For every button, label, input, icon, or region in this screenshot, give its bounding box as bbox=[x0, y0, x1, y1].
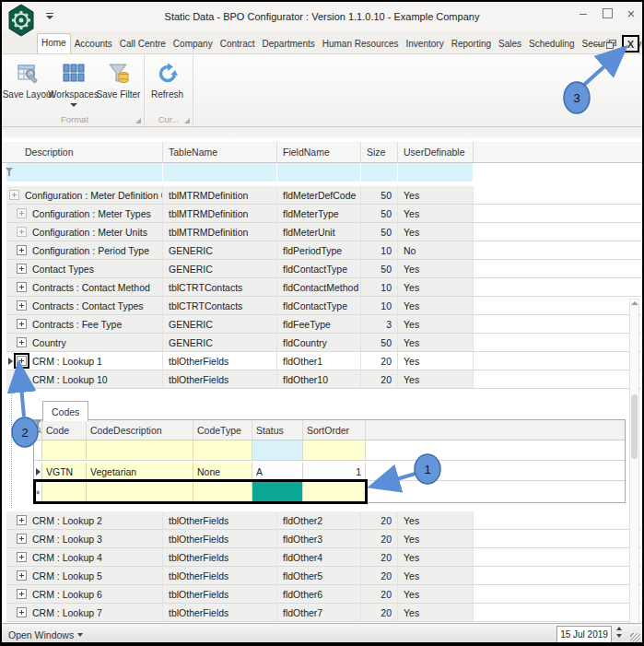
expand-button[interactable] bbox=[14, 531, 29, 546]
table-row[interactable]: Contracts : Fee Type GENERIC fldFeeType … bbox=[6, 315, 642, 334]
filter-cell[interactable] bbox=[193, 440, 252, 460]
document-restore-icon[interactable] bbox=[606, 40, 616, 49]
date-spin-down-icon[interactable] bbox=[616, 634, 622, 638]
filter-cell[interactable] bbox=[87, 440, 193, 460]
tab-inventory[interactable]: Inventory bbox=[403, 35, 448, 53]
expand-button[interactable] bbox=[14, 279, 29, 295]
minimize-button[interactable]: – bbox=[576, 6, 591, 20]
column-header-description[interactable]: Description bbox=[6, 142, 163, 162]
new-cell-status-selected[interactable] bbox=[252, 481, 303, 502]
column-header-size[interactable]: Size bbox=[361, 142, 398, 162]
expand-button[interactable] bbox=[14, 568, 29, 583]
expand-button[interactable] bbox=[14, 512, 29, 528]
expand-button[interactable] bbox=[14, 335, 29, 350]
maximize-button[interactable] bbox=[603, 8, 613, 18]
table-row[interactable]: CRM : Lookup 7 tblOtherFields fldOther7 … bbox=[6, 604, 642, 622]
codes-new-row[interactable]: * bbox=[34, 481, 625, 502]
table-row[interactable]: CRM : Lookup 10 tblOtherFields fldOther1… bbox=[6, 370, 642, 389]
new-cell-code[interactable] bbox=[42, 481, 87, 502]
column-header-userdefinable[interactable]: UserDefinable bbox=[398, 142, 474, 162]
table-row[interactable]: CRM : Lookup 6 tblOtherFields fldOther6 … bbox=[6, 585, 642, 604]
filter-cell[interactable] bbox=[361, 163, 398, 182]
filter-cell[interactable] bbox=[398, 163, 474, 182]
table-row[interactable]: CRM : Lookup 4 tblOtherFields fldOther4 … bbox=[6, 548, 642, 567]
table-row[interactable]: CRM : Lookup 3 tblOtherFields fldOther3 … bbox=[6, 530, 642, 548]
filter-cell[interactable] bbox=[6, 163, 163, 182]
column-header-fieldname[interactable]: FieldName bbox=[277, 142, 361, 162]
filter-cell[interactable] bbox=[42, 440, 87, 460]
tab-home[interactable]: Home bbox=[37, 33, 71, 53]
tab-reporting[interactable]: Reporting bbox=[448, 35, 495, 53]
filter-cell[interactable] bbox=[163, 163, 277, 182]
dialog-launcher-icon[interactable] bbox=[135, 118, 141, 123]
table-row[interactable]: Configuration : Meter Types tblMTRMDefin… bbox=[6, 205, 642, 223]
tab-scheduling[interactable]: Scheduling bbox=[525, 35, 578, 53]
expand-button[interactable] bbox=[6, 187, 22, 203]
codes-filter-row[interactable] bbox=[34, 440, 625, 461]
resize-grip[interactable] bbox=[630, 633, 640, 643]
expand-button[interactable] bbox=[14, 371, 29, 387]
document-minimize-button[interactable]: – bbox=[594, 40, 601, 49]
column-header-sortorder[interactable]: SortOrder bbox=[303, 420, 366, 440]
cell-sortorder[interactable]: 1 bbox=[303, 463, 366, 480]
table-row[interactable]: Configuration : Period Type GENERIC fldP… bbox=[6, 241, 642, 260]
workspaces-button[interactable]: Workspaces bbox=[51, 58, 96, 107]
quick-access-dropdown-icon[interactable] bbox=[46, 13, 53, 19]
tab-contract[interactable]: Contract bbox=[217, 35, 259, 53]
filter-cell[interactable] bbox=[277, 163, 361, 182]
refresh-button[interactable]: Refresh bbox=[145, 58, 190, 100]
open-windows-button[interactable]: Open Windows bbox=[2, 629, 83, 640]
grid-filter-row[interactable] bbox=[6, 163, 642, 182]
tab-company[interactable]: Company bbox=[170, 35, 217, 53]
new-cell-codedescription[interactable] bbox=[87, 481, 193, 502]
filter-cell-status[interactable] bbox=[252, 440, 303, 460]
tab-departments[interactable]: Departments bbox=[258, 35, 318, 53]
expand-button[interactable] bbox=[14, 298, 29, 313]
scroll-up-icon[interactable] bbox=[631, 301, 638, 305]
document-close-button-highlighted[interactable]: X bbox=[622, 35, 639, 53]
expand-button[interactable] bbox=[14, 549, 29, 565]
table-row[interactable]: CRM : Lookup 1 tblOtherFields fldOther1 … bbox=[6, 352, 642, 370]
codes-data-row[interactable]: VGTN Vegetarian None A 1 bbox=[34, 463, 625, 481]
tab-accounts[interactable]: Accounts bbox=[71, 35, 116, 53]
save-filter-button[interactable]: Save Filter bbox=[96, 58, 141, 100]
close-button[interactable]: × bbox=[624, 6, 638, 20]
cell-status[interactable]: A bbox=[252, 463, 303, 480]
new-cell-sortorder[interactable] bbox=[303, 481, 366, 502]
cell-codedescription[interactable]: Vegetarian bbox=[87, 463, 193, 480]
expand-button[interactable] bbox=[14, 316, 29, 332]
column-header-status[interactable]: Status bbox=[252, 420, 303, 440]
tab-sales[interactable]: Sales bbox=[495, 35, 525, 53]
table-row[interactable]: Contracts : Contact Method tblCTRTContac… bbox=[6, 278, 642, 297]
vertical-scrollbar[interactable] bbox=[629, 299, 639, 623]
expand-button[interactable] bbox=[14, 242, 29, 258]
scrollbar-thumb[interactable] bbox=[631, 394, 638, 459]
expand-button[interactable] bbox=[14, 224, 29, 240]
column-header-code[interactable]: Code bbox=[42, 420, 87, 440]
column-header-codedescription[interactable]: CodeDescription bbox=[87, 420, 193, 440]
dialog-launcher-icon[interactable] bbox=[184, 118, 190, 123]
expand-button[interactable] bbox=[14, 353, 29, 369]
table-row[interactable]: Configuration : Meter Units tblMTRMDefin… bbox=[6, 223, 642, 241]
tab-codes[interactable]: Codes bbox=[42, 401, 88, 421]
tab-human-resources[interactable]: Human Resources bbox=[319, 35, 403, 53]
expand-button[interactable] bbox=[14, 206, 29, 221]
column-header-codetype[interactable]: CodeType bbox=[193, 420, 252, 440]
table-row[interactable]: Contracts : Contact Types tblCTRTContact… bbox=[6, 297, 642, 315]
table-row[interactable]: CRM : Lookup 5 tblOtherFields fldOther5 … bbox=[6, 567, 642, 585]
expand-button[interactable] bbox=[14, 586, 29, 602]
expand-button[interactable] bbox=[14, 605, 29, 620]
table-row[interactable]: CRM : Lookup 2 tblOtherFields fldOther2 … bbox=[6, 511, 642, 530]
filter-cell[interactable] bbox=[303, 440, 366, 460]
date-field[interactable]: 15 Jul 2019 bbox=[556, 626, 612, 643]
tab-call-centre[interactable]: Call Centre bbox=[116, 35, 170, 53]
save-layout-button[interactable]: Save Layout bbox=[6, 58, 51, 100]
new-cell-codetype[interactable] bbox=[193, 481, 252, 502]
cell-codetype[interactable]: None bbox=[193, 463, 252, 480]
date-spin-up-icon[interactable] bbox=[616, 627, 622, 630]
expand-button[interactable] bbox=[14, 261, 29, 276]
table-row[interactable]: Configuration : Meter Definition Codes t… bbox=[6, 186, 642, 205]
table-row[interactable]: Country GENERIC fldCountry 50 Yes bbox=[6, 334, 642, 352]
cell-code[interactable]: VGTN bbox=[42, 463, 87, 480]
column-header-tablename[interactable]: TableName bbox=[163, 142, 277, 162]
